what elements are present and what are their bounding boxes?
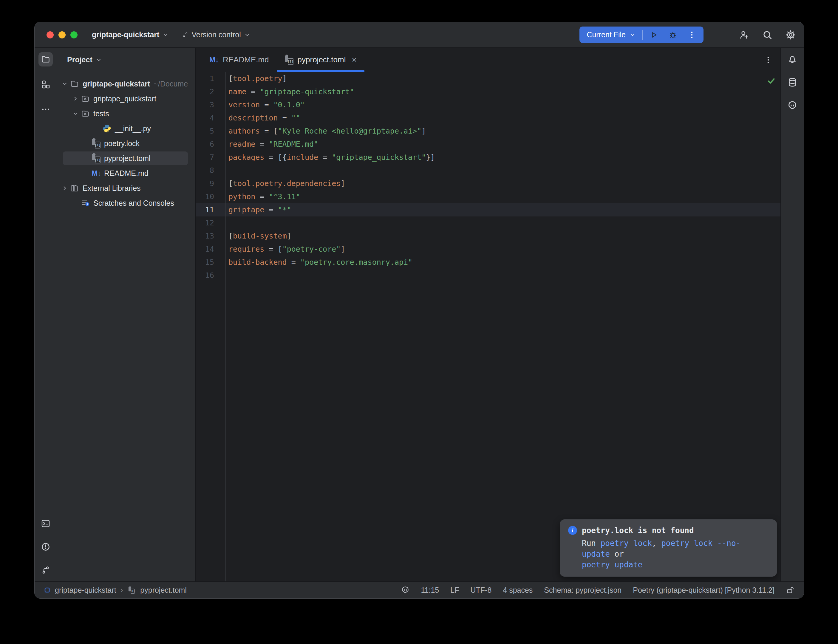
tree-item-tests[interactable]: tests	[57, 106, 196, 121]
copilot-status-icon[interactable]	[401, 586, 410, 595]
project-selector[interactable]: griptape-quickstart	[92, 30, 169, 39]
add-user-icon[interactable]	[739, 30, 749, 40]
status-item-utf-8[interactable]: UTF-8	[470, 586, 491, 595]
tab-options-kebab-icon[interactable]	[764, 56, 773, 64]
code-line-text: name = "griptape-quickstart"	[225, 85, 354, 99]
tree-item-poetry.lock[interactable]: [T]poetry.lock	[57, 136, 196, 151]
code-editor[interactable]: 1[tool.poetry]2name = "griptape-quicksta…	[196, 72, 780, 582]
titlebar-icons	[739, 30, 796, 40]
tree-item-pyproject.toml[interactable]: [T]pyproject.toml	[57, 151, 196, 166]
code-line-8[interactable]: 8	[196, 164, 780, 177]
chevron-down-icon[interactable]	[70, 110, 81, 117]
md-icon: M↓	[92, 169, 104, 177]
status-item-11-15[interactable]: 11:15	[421, 586, 439, 595]
ai-assistant-icon[interactable]	[787, 100, 798, 111]
git-toolwindow-button[interactable]	[39, 564, 52, 577]
settings-gear-icon[interactable]	[785, 30, 796, 40]
tree-item-griptape-quickstart[interactable]: griptape-quickstart~/Docume	[57, 76, 196, 91]
line-number: 2	[196, 85, 225, 99]
toml-file-icon: [T]	[128, 586, 135, 594]
chevron-down-icon[interactable]	[629, 31, 636, 38]
code-line-6[interactable]: 6readme = "README.md"	[196, 138, 780, 151]
tree-item-label: External Libraries	[82, 184, 141, 192]
close-tab-icon[interactable]: ×	[352, 56, 357, 64]
debug-icon[interactable]	[668, 30, 677, 39]
notification-link-poetry-lock[interactable]: poetry lock	[601, 539, 652, 548]
run-configuration-selector[interactable]: Current File	[587, 30, 626, 39]
chevron-right-icon[interactable]	[70, 95, 81, 102]
code-line-1[interactable]: 1[tool.poetry]	[196, 72, 780, 85]
line-number: 15	[196, 256, 225, 269]
toml-icon: [T]	[92, 153, 104, 163]
line-number: 6	[196, 138, 225, 151]
code-line-10[interactable]: 10python = "^3.11"	[196, 190, 780, 203]
code-line-5[interactable]: 5authors = ["Kyle Roche <hello@griptape.…	[196, 125, 780, 138]
tree-item-README.md[interactable]: M↓README.md	[57, 166, 196, 181]
breadcrumb-file[interactable]: pyproject.toml	[140, 586, 187, 595]
run-icon[interactable]	[649, 30, 658, 39]
notifications-bell-icon[interactable]	[787, 54, 798, 64]
code-line-13[interactable]: 13[build-system]	[196, 230, 780, 243]
tree-item-label: README.md	[104, 169, 148, 178]
code-line-16[interactable]: 16	[196, 269, 780, 282]
code-line-4[interactable]: 4description = ""	[196, 112, 780, 125]
terminal-toolwindow-button[interactable]	[39, 517, 52, 530]
more-run-options-icon[interactable]	[687, 30, 696, 39]
code-line-15[interactable]: 15build-backend = "poetry.core.masonry.a…	[196, 256, 780, 269]
code-line-text: griptape = "*"	[225, 203, 291, 217]
unlock-icon[interactable]	[786, 586, 795, 595]
code-line-text	[225, 269, 228, 282]
line-number: 3	[196, 99, 225, 112]
inspections-ok-check-icon[interactable]	[767, 76, 776, 85]
status-item-4-spaces[interactable]: 4 spaces	[503, 586, 532, 595]
info-icon: i	[568, 526, 577, 535]
status-item-lf[interactable]: LF	[450, 586, 459, 595]
code-line-text	[225, 217, 228, 230]
tab-label: README.md	[223, 55, 269, 64]
vcs-widget-label: Version control	[191, 30, 241, 39]
tree-item-griptape_quickstart[interactable]: griptape_quickstart	[57, 91, 196, 106]
folder-icon	[70, 79, 82, 88]
scratches-icon	[81, 199, 93, 207]
line-number: 13	[196, 230, 225, 243]
zoom-window-button[interactable]	[71, 31, 77, 38]
more-toolwindows-button[interactable]	[38, 102, 53, 117]
code-line-3[interactable]: 3version = "0.1.0"	[196, 99, 780, 112]
breadcrumb-project[interactable]: griptape-quickstart	[55, 586, 116, 595]
code-line-14[interactable]: 14requires = ["poetry-core"]	[196, 243, 780, 256]
tree-item-Scratches and Consoles[interactable]: Scratches and Consoles	[57, 196, 196, 210]
tab-pyproject.toml[interactable]: [T]pyproject.toml×	[277, 48, 365, 72]
structure-toolwindow-button[interactable]	[38, 77, 53, 92]
tree-item-label: __init__.py	[115, 124, 151, 133]
problems-toolwindow-button[interactable]	[39, 540, 52, 554]
notification-link-poetry-update[interactable]: poetry update	[582, 560, 642, 569]
code-line-11[interactable]: 11griptape = "*"	[196, 203, 780, 217]
chevron-down-icon[interactable]	[59, 80, 70, 87]
vcs-widget[interactable]: Version control	[182, 30, 250, 39]
main-area: Project griptape-quickstart~/Documegript…	[35, 48, 804, 582]
code-line-9[interactable]: 9[tool.poetry.dependencies]	[196, 177, 780, 190]
line-number: 9	[196, 177, 225, 190]
database-toolwindow-icon[interactable]	[787, 77, 798, 88]
minimize-window-button[interactable]	[58, 31, 66, 38]
code-line-7[interactable]: 7packages = [{include = "griptape_quicks…	[196, 151, 780, 164]
close-window-button[interactable]	[46, 31, 54, 38]
code-line-text	[225, 164, 228, 177]
tree-item-label: griptape_quickstart	[93, 95, 156, 103]
tree-item-label: griptape-quickstart	[82, 80, 150, 88]
code-line-2[interactable]: 2name = "griptape-quickstart"	[196, 85, 780, 99]
code-line-12[interactable]: 12	[196, 217, 780, 230]
tree-item-__init__.py[interactable]: __init__.py	[57, 121, 196, 136]
status-item-poetry-griptape-quickstart-python-3-11-2[interactable]: Poetry (griptape-quickstart) [Python 3.1…	[633, 586, 774, 595]
tree-item-External Libraries[interactable]: External Libraries	[57, 181, 196, 196]
code-line-text: packages = [{include = "griptape_quickst…	[225, 151, 435, 164]
chevron-right-icon[interactable]	[59, 185, 70, 191]
tab-README.md[interactable]: M↓README.md	[202, 48, 277, 72]
project-toolwindow-button[interactable]	[38, 52, 53, 66]
search-icon[interactable]	[762, 30, 773, 40]
folder-pkg-icon	[81, 94, 93, 103]
status-item-schema-pyproject-json[interactable]: Schema: pyproject.json	[544, 586, 621, 595]
chevron-down-icon	[244, 31, 250, 38]
project-panel-header[interactable]: Project	[67, 56, 102, 64]
line-number: 10	[196, 190, 225, 203]
